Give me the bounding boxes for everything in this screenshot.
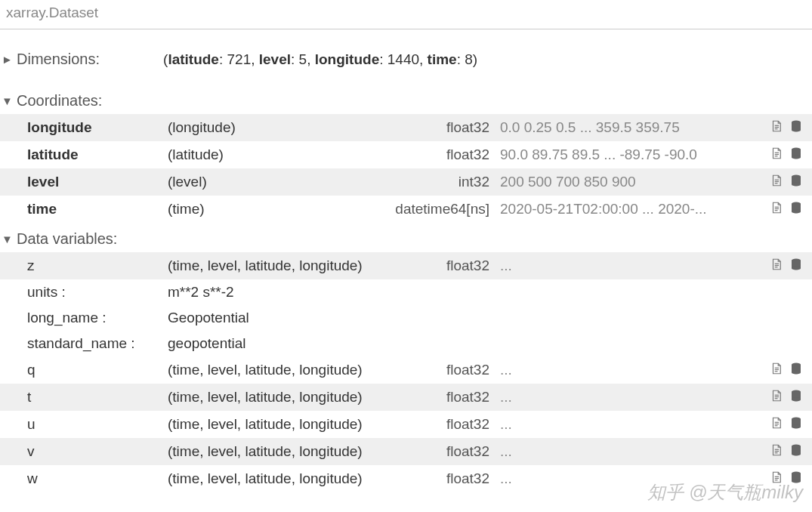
data-icon[interactable] <box>789 119 803 137</box>
coordinates-label: Coordinates: <box>17 92 102 109</box>
var-preview: ... <box>500 362 761 378</box>
var-preview: 0.0 0.25 0.5 ... 359.5 359.75 <box>500 119 761 136</box>
var-name: w <box>27 470 168 487</box>
var-dtype: float32 <box>394 389 500 406</box>
var-name: latitude <box>27 147 168 163</box>
coordinates-rows: longitude(longitude)float320.0 0.25 0.5 … <box>0 114 812 223</box>
table-row: level(level)int32200 500 700 850 900 <box>0 168 812 196</box>
dimensions-label: Dimensions: <box>17 51 100 68</box>
attrs-icon[interactable] <box>770 388 783 407</box>
var-preview: ... <box>500 389 761 406</box>
attrs-icon[interactable] <box>770 470 783 489</box>
data-icon[interactable] <box>789 470 803 489</box>
datavars-rows: z(time, level, latitude, longitude)float… <box>0 252 812 492</box>
var-preview: ... <box>500 470 761 487</box>
table-row: v(time, level, latitude, longitude)float… <box>0 438 812 465</box>
coordinates-caret[interactable]: ▼ <box>0 94 17 107</box>
coordinates-section: ▼ Coordinates: <box>0 72 812 114</box>
table-row: longitude(longitude)float320.0 0.25 0.5 … <box>0 114 812 141</box>
attr-key: long_name : <box>27 310 168 326</box>
table-row: w(time, level, latitude, longitude)float… <box>0 465 812 492</box>
var-dims: (time, level, latitude, longitude) <box>168 362 394 378</box>
data-icon[interactable] <box>789 361 803 380</box>
var-name: v <box>27 443 168 460</box>
var-dtype: float32 <box>394 470 500 487</box>
var-name: u <box>27 416 168 433</box>
attrs-icon[interactable] <box>770 257 783 276</box>
var-dtype: float32 <box>394 362 500 378</box>
var-preview: 200 500 700 850 900 <box>500 174 761 190</box>
var-dtype: float32 <box>394 258 500 274</box>
attrs-icon[interactable] <box>770 200 783 219</box>
table-row: z(time, level, latitude, longitude)float… <box>0 252 812 279</box>
attr-row: units :m**2 s**-2 <box>0 279 812 305</box>
attrs-icon[interactable] <box>770 415 783 434</box>
data-icon[interactable] <box>789 173 803 192</box>
data-icon[interactable] <box>789 200 803 219</box>
var-dims: (time, level, latitude, longitude) <box>168 443 394 460</box>
data-icon[interactable] <box>789 443 803 461</box>
var-preview: ... <box>500 443 761 460</box>
attrs-icon[interactable] <box>770 361 783 380</box>
table-row: q(time, level, latitude, longitude)float… <box>0 356 812 384</box>
dimensions-section: ► Dimensions: (latitude: 721, level: 5, … <box>0 29 812 72</box>
datavars-caret[interactable]: ▼ <box>0 233 17 245</box>
var-preview: ... <box>500 258 761 274</box>
attr-value: geopotential <box>168 335 246 352</box>
table-row: time(time)datetime64[ns]2020-05-21T02:00… <box>0 196 812 223</box>
attrs-icon[interactable] <box>770 146 783 165</box>
attrs-icon[interactable] <box>770 119 783 137</box>
attr-key: units : <box>27 284 168 301</box>
data-icon[interactable] <box>789 415 803 434</box>
var-dtype: float32 <box>394 443 500 460</box>
var-dims: (time, level, latitude, longitude) <box>168 416 394 433</box>
var-preview: 90.0 89.75 89.5 ... -89.75 -90.0 <box>500 147 761 163</box>
dimensions-caret[interactable]: ► <box>0 53 17 66</box>
table-row: t(time, level, latitude, longitude)float… <box>0 384 812 411</box>
var-dims: (latitude) <box>168 147 394 163</box>
var-name: level <box>27 174 168 190</box>
var-dims: (level) <box>168 174 394 190</box>
var-preview: 2020-05-21T02:00:00 ... 2020-... <box>500 201 761 217</box>
var-dtype: float32 <box>394 119 500 136</box>
attr-value: Geopotential <box>168 310 249 326</box>
var-dims: (longitude) <box>168 119 394 136</box>
var-name: q <box>27 362 168 378</box>
data-icon[interactable] <box>789 388 803 407</box>
attrs-icon[interactable] <box>770 173 783 192</box>
data-icon[interactable] <box>789 146 803 165</box>
var-name: z <box>27 258 168 274</box>
attr-row: long_name :Geopotential <box>0 305 812 331</box>
var-dims: (time) <box>168 201 394 217</box>
attr-value: m**2 s**-2 <box>168 284 234 301</box>
var-preview: ... <box>500 416 761 433</box>
datavars-label: Data variables: <box>17 230 117 248</box>
table-row: u(time, level, latitude, longitude)float… <box>0 411 812 438</box>
dimensions-summary: (latitude: 721, level: 5, longitude: 144… <box>100 51 477 68</box>
var-name: time <box>27 201 168 217</box>
var-dtype: datetime64[ns] <box>394 201 500 217</box>
data-icon[interactable] <box>789 257 803 276</box>
var-dtype: int32 <box>394 174 500 190</box>
var-dtype: float32 <box>394 416 500 433</box>
attr-key: standard_name : <box>27 335 168 352</box>
var-dims: (time, level, latitude, longitude) <box>168 389 394 406</box>
attr-row: standard_name :geopotential <box>0 331 812 356</box>
var-name: longitude <box>27 119 168 136</box>
datavars-section: ▼ Data variables: <box>0 223 812 252</box>
attrs-icon[interactable] <box>770 443 783 461</box>
table-row: latitude(latitude)float3290.0 89.75 89.5… <box>0 141 812 168</box>
var-name: t <box>27 389 168 406</box>
var-dtype: float32 <box>394 147 500 163</box>
var-dims: (time, level, latitude, longitude) <box>168 258 394 274</box>
dataset-title: xarray.Dataset <box>0 0 812 29</box>
var-dims: (time, level, latitude, longitude) <box>168 470 394 487</box>
